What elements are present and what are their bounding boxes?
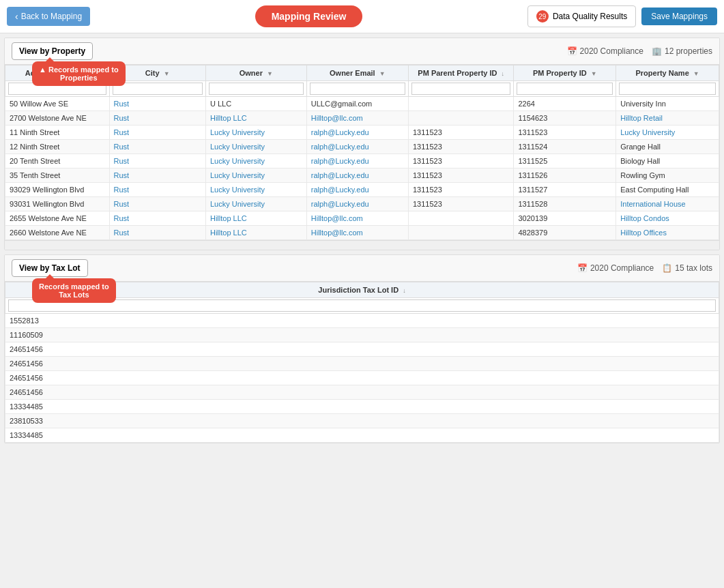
table-link[interactable]: Rust (114, 229, 130, 237)
filter-property-name[interactable] (616, 81, 719, 97)
table-link[interactable]: ralph@Lucky.edu (311, 171, 369, 179)
table-link[interactable]: Hilltop@llc.com (311, 229, 363, 237)
table-row: 24651456 (5, 342, 719, 357)
table-cell: Hilltop Offices (616, 226, 719, 240)
table-link[interactable]: Rust (114, 186, 130, 194)
table-link[interactable]: Lucky University (210, 186, 265, 194)
table-link[interactable]: International House (620, 200, 685, 208)
table-link[interactable]: ralph@Lucky.edu (311, 200, 369, 208)
table-link[interactable]: ralph@Lucky.edu (311, 128, 369, 136)
table-link[interactable]: Hilltop LLC (210, 229, 247, 237)
filter-pm-property-input[interactable] (517, 83, 613, 95)
table-row: 35 Tenth StreetRustLucky Universityralph… (5, 168, 719, 183)
table-link[interactable]: Rust (114, 214, 130, 222)
filter-email[interactable] (306, 81, 408, 97)
table-cell: 2264 (514, 97, 616, 111)
filter-property-name-input[interactable] (619, 83, 716, 95)
table-link[interactable]: Lucky University (210, 200, 265, 208)
property-table-wrapper[interactable]: Address Line 1 ▼ City ▼ Owner ▼ Owner Em… (5, 65, 719, 240)
table-cell: 2655 Welstone Ave NE (5, 211, 110, 226)
table-cell: 23810533 (5, 414, 719, 428)
table-cell: 1311523 (408, 168, 514, 183)
table-cell: Hilltop LLC (205, 211, 306, 226)
col-owner[interactable]: Owner ▼ (205, 65, 306, 81)
table-link[interactable]: Rust (114, 171, 130, 179)
table-row: 13334485 (5, 428, 719, 443)
table-link[interactable]: Rust (114, 200, 130, 208)
table-cell: 24651456 (5, 385, 719, 400)
table-row: 50 Willow Ave SERustU LLCULLC@gmail.com2… (5, 97, 719, 111)
table-cell: 13334485 (5, 428, 719, 443)
top-bar: Back to Mapping Mapping Review 29 Data Q… (0, 0, 724, 33)
table-cell: 1552813 (5, 314, 719, 328)
table-link[interactable]: Rust (114, 114, 130, 122)
property-count-label: 🏢 12 properties (652, 46, 712, 56)
table-link[interactable]: Hilltop Condos (620, 214, 669, 222)
table-link[interactable]: Hilltop LLC (210, 214, 247, 222)
filter-pm-parent-input[interactable] (411, 83, 511, 95)
table-cell: Rust (109, 97, 205, 111)
filter-email-input[interactable] (310, 83, 405, 95)
filter-pm-parent[interactable] (408, 81, 514, 97)
taxlot-table-wrapper[interactable]: Jurisdiction Tax Lot ID ↓ 15528131116050… (5, 282, 719, 443)
table-link[interactable]: Lucky University (620, 128, 675, 136)
col-pm-parent[interactable]: PM Parent Property ID ↓ (408, 65, 514, 81)
table-link[interactable]: Rust (114, 128, 130, 136)
table-link[interactable]: Hilltop LLC (210, 114, 247, 122)
table-cell: 11 Ninth Street (5, 126, 110, 140)
table-link[interactable]: Lucky University (210, 143, 265, 151)
table-row: 2655 Welstone Ave NERustHilltop LLCHillt… (5, 211, 719, 226)
property-scrollbar[interactable] (5, 240, 719, 250)
filter-owner[interactable] (205, 81, 306, 97)
filter-owner-input[interactable] (209, 83, 304, 95)
table-link[interactable]: Hilltop Retail (620, 114, 663, 122)
table-cell: 13334485 (5, 400, 719, 414)
table-cell: Rust (109, 211, 205, 226)
table-link[interactable]: ralph@Lucky.edu (311, 186, 369, 194)
table-cell: ralph@Lucky.edu (306, 140, 408, 154)
table-cell: Lucky University (205, 183, 306, 197)
table-cell: 1311523 (514, 126, 616, 140)
table-link[interactable]: Rust (114, 100, 130, 108)
table-row: 2700 Welstone Ave NERustHilltop LLCHillt… (5, 111, 719, 126)
table-link[interactable]: Rust (114, 157, 130, 165)
table-link[interactable]: Hilltop@llc.com (311, 114, 363, 122)
col-pm-property[interactable]: PM Property ID ▼ (514, 65, 616, 81)
taxlot-icon: 📋 (662, 263, 672, 273)
table-link[interactable]: Rust (114, 143, 130, 151)
back-to-mapping-button[interactable]: Back to Mapping (7, 7, 90, 26)
table-cell: 1311523 (408, 183, 514, 197)
table-cell: Rust (109, 126, 205, 140)
table-cell: Rowling Gym (616, 168, 719, 183)
table-cell: Biology Hall (616, 154, 719, 168)
table-cell: Hilltop@llc.com (306, 211, 408, 226)
data-quality-button[interactable]: 29 Data Quality Results (527, 5, 636, 27)
table-cell: 1311528 (514, 197, 616, 211)
property-section-header: View by Property ▲ Records mapped toProp… (5, 38, 719, 65)
save-mappings-button[interactable]: Save Mappings (641, 8, 717, 25)
table-cell: Hilltop LLC (205, 111, 306, 126)
filter-pm-property[interactable] (514, 81, 616, 97)
table-link[interactable]: Hilltop Offices (620, 229, 667, 237)
table-cell: 20 Tenth Street (5, 154, 110, 168)
table-cell: ralph@Lucky.edu (306, 168, 408, 183)
taxlot-calendar-icon: 📅 (577, 263, 588, 273)
mapping-review-button[interactable]: Mapping Review (255, 5, 363, 27)
table-link[interactable]: Lucky University (210, 157, 265, 165)
table-row: 11 Ninth StreetRustLucky Universityralph… (5, 126, 719, 140)
table-link[interactable]: ralph@Lucky.edu (311, 143, 369, 151)
table-link[interactable]: ralph@Lucky.edu (311, 157, 369, 165)
table-cell: 2660 Welstone Ave NE (5, 226, 110, 240)
table-cell (408, 211, 514, 226)
table-link[interactable]: Lucky University (210, 171, 265, 179)
taxlot-section: View by Tax Lot Records mapped toTax Lot… (4, 254, 720, 443)
col-owner-email[interactable]: Owner Email ▼ (306, 65, 408, 81)
table-cell: 1311527 (514, 183, 616, 197)
table-link[interactable]: Lucky University (210, 128, 265, 136)
table-link[interactable]: Hilltop@llc.com (311, 214, 363, 222)
col-property-name[interactable]: Property Name ▼ (616, 65, 719, 81)
dq-warning-badge: 29 (536, 10, 549, 23)
filter-city-input[interactable] (113, 83, 203, 95)
table-row: 23810533 (5, 414, 719, 428)
property-compliance-text: 2020 Compliance (580, 46, 643, 56)
